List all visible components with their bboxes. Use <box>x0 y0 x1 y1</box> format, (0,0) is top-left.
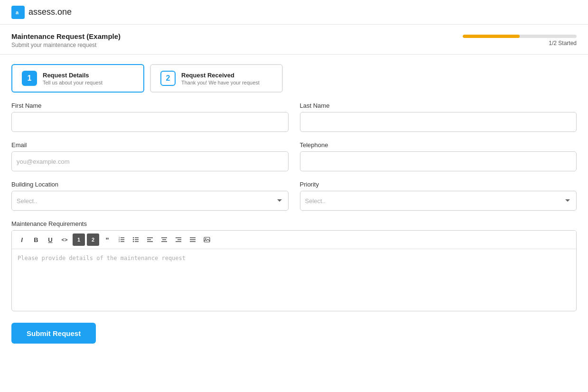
logo-text: assess.one <box>28 7 72 17</box>
italic-button[interactable]: I <box>16 233 28 246</box>
step-2-title: Request Received <box>181 72 260 79</box>
first-name-input[interactable] <box>11 112 289 132</box>
steps-row: 1 Request Details Tell us about your req… <box>0 55 588 102</box>
svg-text:a: a <box>16 9 19 15</box>
align-justify-button[interactable] <box>187 233 199 246</box>
name-row: First Name Last Name <box>11 102 577 132</box>
svg-rect-26 <box>204 237 210 242</box>
page-header-left: Maintenance Request (Example) Submit you… <box>11 32 121 48</box>
bold-button[interactable]: B <box>30 233 42 246</box>
ordered-list-button[interactable]: 123 <box>115 233 128 246</box>
svg-point-27 <box>205 238 206 239</box>
progress-bar-fill <box>463 35 520 38</box>
building-location-label: Building Location <box>11 181 289 188</box>
first-name-group: First Name <box>11 102 289 132</box>
priority-group: Priority Select.. <box>300 181 577 211</box>
page-header: Maintenance Request (Example) Submit you… <box>0 25 588 55</box>
page-subtitle: Submit your maintenance request <box>11 42 121 48</box>
progress-bar-track <box>463 35 577 38</box>
align-right-button[interactable] <box>172 233 185 246</box>
code-button[interactable]: <> <box>58 233 71 246</box>
last-name-label: Last Name <box>300 102 577 109</box>
building-location-group: Building Location Select.. <box>11 181 289 211</box>
email-label: Email <box>11 141 289 149</box>
step-2-text: Request Received Thank you! We have your… <box>181 72 260 85</box>
step-1-title: Request Details <box>43 72 103 79</box>
quote-button[interactable]: " <box>101 233 113 246</box>
building-location-select[interactable]: Select.. <box>11 191 289 211</box>
svg-point-8 <box>133 237 134 238</box>
progress-label: 1/2 Started <box>549 40 577 47</box>
maintenance-label: Maintenance Requirements <box>11 220 577 227</box>
priority-label: Priority <box>300 181 577 188</box>
unordered-list-button[interactable] <box>130 233 142 246</box>
first-name-label: First Name <box>11 102 289 109</box>
last-name-input[interactable] <box>300 112 577 132</box>
step-1-text: Request Details Tell us about your reque… <box>43 72 103 85</box>
underline-button[interactable]: U <box>44 233 56 246</box>
editor-body[interactable]: Please provide details of the maintenanc… <box>12 249 576 311</box>
form-container: First Name Last Name Email Telephone Bui… <box>0 102 588 355</box>
logo-icon: a <box>11 6 25 19</box>
svg-point-10 <box>133 241 134 242</box>
step-1-number: 1 <box>22 71 37 86</box>
editor-wrapper: I B U <> 1 2 " 123 <box>11 230 577 311</box>
location-priority-row: Building Location Select.. Priority Sele… <box>11 181 577 211</box>
align-center-button[interactable] <box>158 233 170 246</box>
svg-text:3: 3 <box>119 240 120 243</box>
last-name-group: Last Name <box>300 102 577 132</box>
maintenance-section: Maintenance Requirements I B U <> 1 2 " … <box>11 220 577 311</box>
editor-toolbar: I B U <> 1 2 " 123 <box>12 231 576 249</box>
h2-button[interactable]: 2 <box>87 233 99 246</box>
submit-button[interactable]: Submit Request <box>11 323 96 344</box>
telephone-group: Telephone <box>300 141 577 171</box>
step-1-desc: Tell us about your request <box>43 80 103 85</box>
step-2-desc: Thank you! We have your request <box>181 80 260 85</box>
align-left-button[interactable] <box>144 233 156 246</box>
contact-row: Email Telephone <box>11 141 577 171</box>
navbar: a assess.one <box>0 0 588 25</box>
step-2-number: 2 <box>160 71 176 86</box>
step-1-card[interactable]: 1 Request Details Tell us about your req… <box>11 64 144 93</box>
svg-point-9 <box>133 239 134 240</box>
email-input[interactable] <box>11 151 289 171</box>
step-2-card[interactable]: 2 Request Received Thank you! We have yo… <box>150 64 283 93</box>
priority-select[interactable]: Select.. <box>300 191 577 211</box>
progress-wrapper: 1/2 Started <box>463 35 577 47</box>
page-title: Maintenance Request (Example) <box>11 32 121 40</box>
h1-button[interactable]: 1 <box>73 233 85 246</box>
logo: a assess.one <box>11 6 72 19</box>
telephone-input[interactable] <box>300 151 577 171</box>
image-button[interactable] <box>201 233 213 246</box>
telephone-label: Telephone <box>300 141 577 149</box>
email-group: Email <box>11 141 289 171</box>
